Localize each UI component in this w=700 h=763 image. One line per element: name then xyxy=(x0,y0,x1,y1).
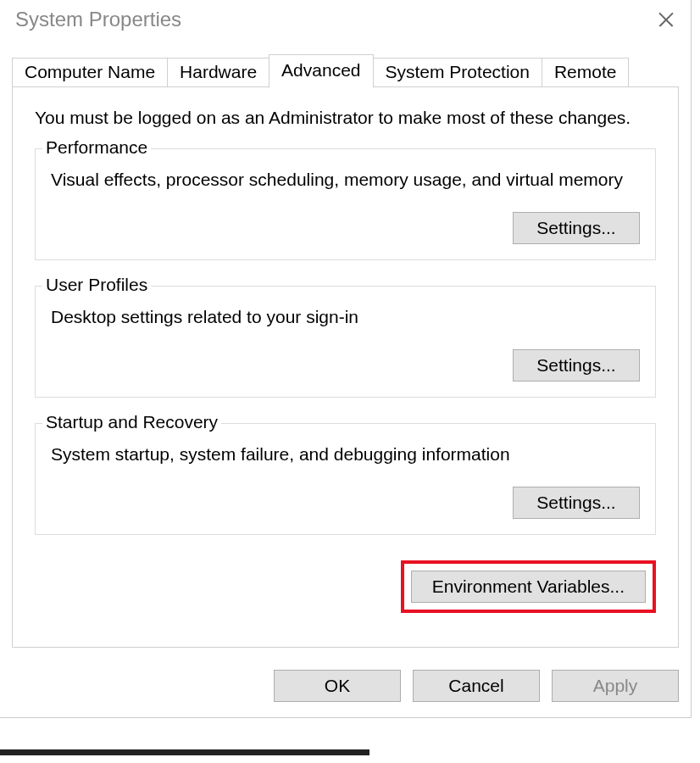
tab-panel-advanced: You must be logged on as an Administrato… xyxy=(12,87,679,648)
group-user-profiles: User Profiles Desktop settings related t… xyxy=(35,286,656,398)
group-desc: Desktop settings related to your sign-in xyxy=(51,307,640,327)
tab-label: Computer Name xyxy=(25,62,155,81)
apply-button[interactable]: Apply xyxy=(552,670,679,702)
tab-advanced[interactable]: Advanced xyxy=(269,54,373,88)
tab-label: Remote xyxy=(554,62,617,81)
group-performance: Performance Visual effects, processor sc… xyxy=(35,148,656,260)
performance-settings-button[interactable]: Settings... xyxy=(513,212,640,244)
cancel-button[interactable]: Cancel xyxy=(413,670,540,702)
group-desc: Visual effects, processor scheduling, me… xyxy=(51,170,640,190)
ok-button[interactable]: OK xyxy=(274,670,401,702)
user-profiles-settings-button[interactable]: Settings... xyxy=(513,349,640,382)
system-properties-dialog: System Properties Computer Name Hardware… xyxy=(0,0,692,718)
intro-text: You must be logged on as an Administrato… xyxy=(35,108,656,128)
tab-label: Hardware xyxy=(180,62,257,81)
tab-remote[interactable]: Remote xyxy=(542,58,630,87)
tab-system-protection[interactable]: System Protection xyxy=(373,58,542,87)
group-legend: Startup and Recovery xyxy=(42,412,221,432)
highlight-box: Environment Variables... xyxy=(401,560,656,613)
dialog-title: System Properties xyxy=(15,8,181,31)
titlebar: System Properties xyxy=(0,0,691,42)
group-legend: Performance xyxy=(42,137,151,158)
group-startup-recovery: Startup and Recovery System startup, sys… xyxy=(35,423,656,535)
environment-variables-button[interactable]: Environment Variables... xyxy=(411,571,646,603)
dialog-buttons: OK Cancel Apply xyxy=(0,660,691,717)
tab-label: Advanced xyxy=(281,60,360,80)
environment-row: Environment Variables... xyxy=(35,560,656,613)
tab-hardware[interactable]: Hardware xyxy=(167,58,269,87)
tab-label: System Protection xyxy=(386,62,530,81)
tabbar: Computer Name Hardware Advanced System P… xyxy=(12,54,679,87)
group-legend: User Profiles xyxy=(42,275,151,295)
startup-recovery-settings-button[interactable]: Settings... xyxy=(513,487,640,519)
group-desc: System startup, system failure, and debu… xyxy=(51,444,640,465)
close-icon[interactable] xyxy=(652,5,681,34)
decorative-bar xyxy=(0,749,369,755)
tab-computer-name[interactable]: Computer Name xyxy=(12,58,168,87)
